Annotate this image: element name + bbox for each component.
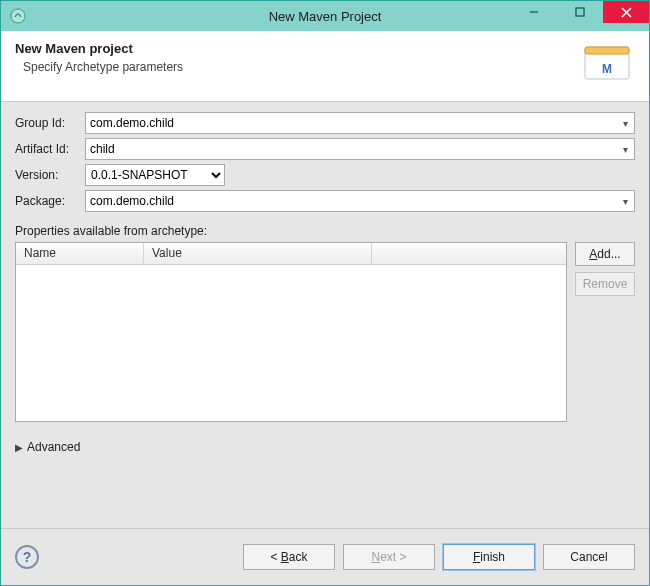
remove-button: Remove [575, 272, 635, 296]
wizard-content: Group Id: ▾ Artifact Id: ▾ Version: 0.0.… [1, 102, 649, 514]
dialog-window: New Maven Project New Maven project Spec… [0, 0, 650, 586]
window-controls [511, 1, 649, 31]
cancel-button[interactable]: Cancel [543, 544, 635, 570]
maximize-button[interactable] [557, 1, 603, 23]
minimize-button[interactable] [511, 1, 557, 23]
package-label: Package: [15, 194, 85, 208]
package-input[interactable] [86, 191, 616, 211]
artifact-id-label: Artifact Id: [15, 142, 85, 156]
group-id-label: Group Id: [15, 116, 85, 130]
package-combo[interactable]: ▾ [85, 190, 635, 212]
artifact-id-combo[interactable]: ▾ [85, 138, 635, 160]
svg-rect-6 [585, 47, 629, 54]
chevron-down-icon[interactable]: ▾ [616, 118, 634, 129]
column-value[interactable]: Value [144, 243, 372, 264]
next-button: Next > [343, 544, 435, 570]
svg-point-0 [11, 9, 25, 23]
chevron-down-icon[interactable]: ▾ [616, 144, 634, 155]
wizard-subtitle: Specify Archetype parameters [23, 60, 579, 74]
column-spacer [372, 243, 566, 264]
wizard-header: New Maven project Specify Archetype para… [1, 31, 649, 102]
wizard-title: New Maven project [15, 41, 579, 56]
properties-section-label: Properties available from archetype: [15, 224, 635, 238]
help-icon[interactable]: ? [15, 545, 39, 569]
artifact-id-input[interactable] [86, 139, 616, 159]
advanced-toggle[interactable]: ▶ Advanced [15, 440, 635, 454]
finish-button[interactable]: Finish [443, 544, 535, 570]
titlebar[interactable]: New Maven Project [1, 1, 649, 31]
svg-rect-2 [576, 8, 584, 16]
column-name[interactable]: Name [16, 243, 144, 264]
group-id-input[interactable] [86, 113, 616, 133]
version-select[interactable]: 0.0.1-SNAPSHOT [85, 164, 225, 186]
properties-table-header: Name Value [16, 243, 566, 265]
app-icon [7, 5, 29, 27]
triangle-right-icon: ▶ [15, 442, 23, 453]
maven-icon: M [579, 41, 635, 87]
svg-text:M: M [602, 62, 612, 76]
version-label: Version: [15, 168, 85, 182]
add-button[interactable]: Add... [575, 242, 635, 266]
wizard-footer: ? < Back Next > Finish Cancel [1, 529, 649, 585]
properties-table[interactable]: Name Value [15, 242, 567, 422]
close-button[interactable] [603, 1, 649, 23]
chevron-down-icon[interactable]: ▾ [616, 196, 634, 207]
back-button[interactable]: < Back [243, 544, 335, 570]
advanced-label: Advanced [27, 440, 80, 454]
group-id-combo[interactable]: ▾ [85, 112, 635, 134]
